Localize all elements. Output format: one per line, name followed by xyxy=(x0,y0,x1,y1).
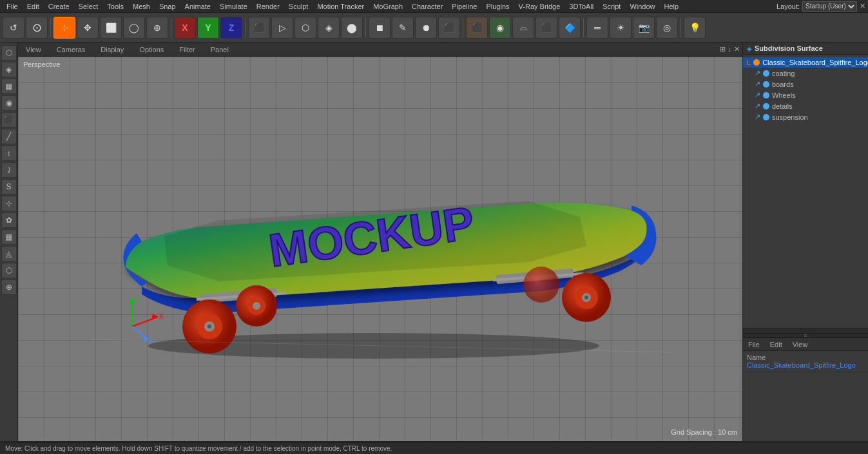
sculpt-mode-button[interactable]: ⬤ xyxy=(341,17,363,39)
menu-render[interactable]: Render xyxy=(253,2,284,11)
left-tool-13[interactable]: ◬ xyxy=(1,246,17,261)
menu-window[interactable]: Window xyxy=(626,2,659,11)
menu-motion-tracker[interactable]: Motion Tracker xyxy=(313,2,368,11)
left-tool-3[interactable]: ▦ xyxy=(1,79,17,94)
menu-plugins[interactable]: Plugins xyxy=(482,2,513,11)
render-all-button[interactable]: ⏺ xyxy=(415,17,437,39)
menu-pipeline[interactable]: Pipeline xyxy=(448,2,481,11)
left-tool-7[interactable]: ↕ xyxy=(1,146,17,161)
left-tool-6[interactable]: ╱ xyxy=(1,129,17,144)
y-axis-button[interactable]: Y xyxy=(197,17,219,39)
obj-color-suspension xyxy=(763,114,769,120)
z-axis-button[interactable]: Z xyxy=(220,17,242,39)
menu-script[interactable]: Script xyxy=(599,2,624,11)
render-view-button[interactable]: ⏹ xyxy=(369,17,391,39)
viewport-canvas[interactable]: Perspective xyxy=(18,57,742,441)
separator-3 xyxy=(245,18,246,37)
nurbs-button[interactable]: ⬛ xyxy=(535,17,557,39)
viewport-icon-1[interactable]: ⊞ xyxy=(720,45,726,53)
deformer-button[interactable]: 🔷 xyxy=(559,17,581,39)
x-axis-button[interactable]: X xyxy=(174,17,196,39)
menu-character[interactable]: Character xyxy=(408,2,447,11)
left-tool-4[interactable]: ◉ xyxy=(1,95,17,111)
camera-button[interactable]: 📷 xyxy=(633,17,655,39)
viewport-tabs: View Cameras Display Options Filter Pane… xyxy=(18,43,742,57)
obj-color-boards xyxy=(763,81,769,88)
object-mode-button[interactable]: ⬛ xyxy=(248,17,270,39)
left-tool-2[interactable]: ◈ xyxy=(1,62,17,77)
floor-button[interactable]: ═ xyxy=(586,17,608,39)
left-tool-12[interactable]: ▦ xyxy=(1,229,17,245)
obj-item-wheels[interactable]: ↗ Wheels xyxy=(743,90,868,100)
obj-item-icon-coating: ↗ xyxy=(755,69,760,77)
viewport-icon-3[interactable]: ✕ xyxy=(734,45,740,53)
obj-item-coating[interactable]: ↗ coating xyxy=(743,68,868,79)
menu-file[interactable]: File xyxy=(3,2,22,11)
left-tool-10[interactable]: ⊹ xyxy=(1,196,17,211)
menu-animate[interactable]: Animate xyxy=(181,2,215,11)
name-value[interactable]: Classic_Skateboard_Spitfire_Logo xyxy=(747,361,856,369)
sphere-button[interactable]: ◉ xyxy=(489,17,511,39)
polygon-mode-button[interactable]: ▷ xyxy=(271,17,293,39)
separator-7 xyxy=(680,18,681,37)
undo-button[interactable]: ↺ xyxy=(3,17,24,39)
viewport-tab-filter[interactable]: Filter xyxy=(174,44,200,55)
viewport-tab-cameras[interactable]: Cameras xyxy=(52,44,91,55)
menu-sculpt[interactable]: Sculpt xyxy=(285,2,313,11)
obj-item-main[interactable]: L Classic_Skateboard_Spitfire_Logo xyxy=(743,57,868,68)
viewport-tab-display[interactable]: Display xyxy=(95,44,129,55)
left-tool-11[interactable]: ✿ xyxy=(1,213,17,228)
point-mode-button[interactable]: ◈ xyxy=(318,17,340,39)
menu-help[interactable]: Help xyxy=(661,2,683,11)
viewport-tab-view[interactable]: View xyxy=(21,44,46,55)
render-settings-button[interactable]: ⬛ xyxy=(438,17,460,39)
obj-item-suspension[interactable]: ↗ suspension xyxy=(743,111,868,122)
menu-edit[interactable]: Edit xyxy=(23,2,43,11)
left-tool-8[interactable]: ⤸ xyxy=(1,162,17,178)
menu-mograph[interactable]: MoGraph xyxy=(369,2,407,11)
rotate-tool[interactable]: ◯ xyxy=(123,17,145,39)
r-tab-edit[interactable]: Edit xyxy=(767,339,785,350)
obj-item-boards[interactable]: ↗ boards xyxy=(743,79,868,90)
left-tool-9[interactable]: S xyxy=(1,179,17,194)
subdivision-icon: ◈ xyxy=(747,45,752,52)
viewport-tab-options[interactable]: Options xyxy=(134,44,169,55)
menu-3dtoall[interactable]: 3DToAll xyxy=(565,2,597,11)
menu-tools[interactable]: Tools xyxy=(103,2,128,11)
viewport-area: View Cameras Display Options Filter Pane… xyxy=(18,43,742,441)
r-tab-file[interactable]: File xyxy=(746,339,762,350)
scale-tool[interactable]: ⬜ xyxy=(100,17,122,39)
menu-create[interactable]: Create xyxy=(44,2,73,11)
obj-item-details[interactable]: ↗ details xyxy=(743,100,868,111)
menu-snap[interactable]: Snap xyxy=(155,2,180,11)
menu-simulate[interactable]: Simulate xyxy=(216,2,251,11)
move-tool[interactable]: ✥ xyxy=(77,17,99,39)
close-icon[interactable]: ✕ xyxy=(860,2,865,10)
viewport-tab-panel[interactable]: Panel xyxy=(206,44,234,55)
spline-button[interactable]: ⌓ xyxy=(512,17,534,39)
r-tab-view[interactable]: View xyxy=(790,339,811,350)
layout-label: Layout: xyxy=(776,3,800,10)
menu-vray-bridge[interactable]: V-Ray Bridge xyxy=(515,2,564,11)
cube-button[interactable]: ⬛ xyxy=(466,17,488,39)
layout-select[interactable]: Startup (User) xyxy=(802,1,857,12)
left-tool-15[interactable]: ⊕ xyxy=(1,279,17,295)
edge-mode-button[interactable]: ⬡ xyxy=(294,17,316,39)
menu-mesh[interactable]: Mesh xyxy=(129,2,154,11)
light-button[interactable]: ☀ xyxy=(610,17,632,39)
render-active-button[interactable]: ✎ xyxy=(392,17,414,39)
menu-bar: File Edit Create Select Tools Mesh Snap … xyxy=(0,0,868,13)
light-icon[interactable]: 💡 xyxy=(684,17,706,39)
target-button[interactable]: ◎ xyxy=(656,17,678,39)
left-tool-5[interactable]: ⬛ xyxy=(1,112,17,128)
left-tool-1[interactable]: ⬡ xyxy=(1,45,17,61)
right-panel: ◈ Subdivision Surface L Classic_Skateboa… xyxy=(742,43,868,441)
redo-button[interactable]: ⊙ xyxy=(26,17,48,39)
viewport-icon-2[interactable]: ↓ xyxy=(728,45,732,53)
transform-tool[interactable]: ⊕ xyxy=(146,17,168,39)
object-tree-panel: ◈ Subdivision Surface L Classic_Skateboa… xyxy=(743,43,868,328)
right-panel-divider[interactable]: ≡ xyxy=(743,333,868,338)
select-tool[interactable]: ⊹ xyxy=(53,17,75,39)
left-tool-14[interactable]: ⬡ xyxy=(1,263,17,278)
menu-select[interactable]: Select xyxy=(75,2,102,11)
